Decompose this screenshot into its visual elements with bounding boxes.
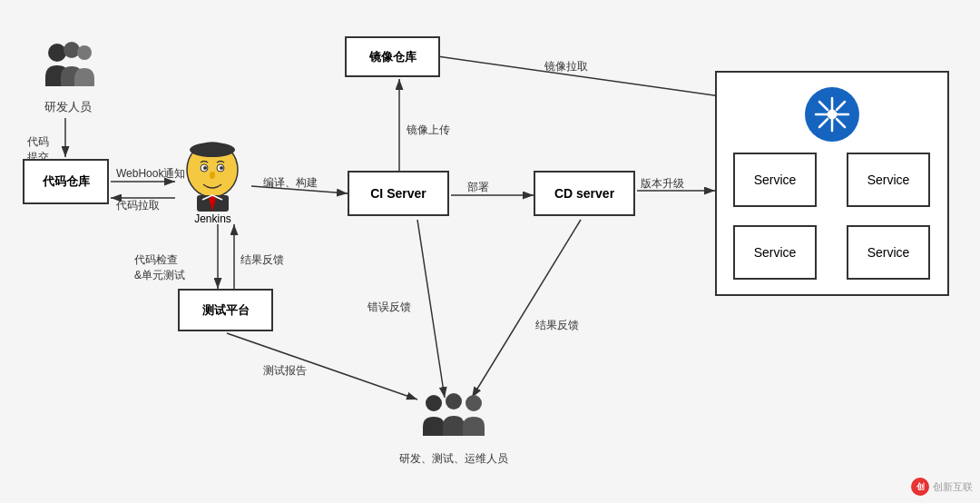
dev-person-label: 研发人员 <box>32 99 104 115</box>
svg-point-24 <box>210 172 215 179</box>
code-repo-box: 代码仓库 <box>23 159 109 204</box>
svg-line-14 <box>472 220 581 398</box>
image-pull-label: 镜像拉取 <box>544 59 588 74</box>
svg-point-39 <box>426 395 442 411</box>
svg-point-19 <box>190 143 235 157</box>
image-upload-label: 镜像上传 <box>407 123 450 138</box>
ops-person-label: 研发、测试、运维人员 <box>399 451 508 467</box>
diagram-container: 研发人员 代码 提交 代码仓库 WebHook通知 代码拉取 <box>0 0 980 503</box>
service-box-tl: Service <box>733 153 817 207</box>
test-report-label: 测试报告 <box>263 363 307 379</box>
k8s-helm-icon <box>805 87 859 142</box>
svg-line-13 <box>417 220 445 398</box>
result-feedback-ops-label: 结果反馈 <box>535 318 579 333</box>
jenkins-icon <box>179 141 247 213</box>
cd-server-box: CD server <box>534 171 635 216</box>
version-upgrade-label: 版本升级 <box>641 176 684 192</box>
svg-point-30 <box>828 110 837 119</box>
svg-point-22 <box>203 166 207 170</box>
svg-point-15 <box>48 44 66 62</box>
dev-person: 研发人员 <box>32 36 104 115</box>
watermark-text: 创新互联 <box>933 480 973 494</box>
compile-label: 编译、构建 <box>263 175 318 191</box>
service-box-tr: Service <box>847 153 930 207</box>
code-check-label: 代码检查 &单元测试 <box>134 252 185 283</box>
ops-person: 研发、测试、运维人员 <box>399 390 508 467</box>
svg-line-12 <box>227 333 417 399</box>
result-feedback-test-label: 结果反馈 <box>240 252 284 268</box>
service-box-bl: Service <box>733 225 817 280</box>
svg-point-41 <box>466 395 482 411</box>
svg-point-23 <box>220 166 223 170</box>
code-pull-label: 代码拉取 <box>116 198 160 213</box>
svg-point-17 <box>77 45 92 60</box>
service-box-br: Service <box>847 225 930 280</box>
k8s-container: Service Service Service Service <box>715 71 949 296</box>
deploy-label: 部署 <box>467 180 489 195</box>
helm-svg <box>814 96 850 133</box>
jenkins-figure: Jenkins <box>174 141 251 232</box>
test-platform-box: 测试平台 <box>178 289 273 331</box>
ci-server-box: CI Server <box>348 171 449 216</box>
svg-point-40 <box>446 393 462 409</box>
jenkins-label: Jenkins <box>174 212 251 225</box>
error-feedback-label: 错误反馈 <box>368 300 411 315</box>
watermark-logo: 创 <box>911 478 929 496</box>
svg-point-16 <box>64 42 80 58</box>
mirror-repo-box: 镜像仓库 <box>345 36 440 77</box>
watermark: 创 创新互联 <box>911 478 973 496</box>
